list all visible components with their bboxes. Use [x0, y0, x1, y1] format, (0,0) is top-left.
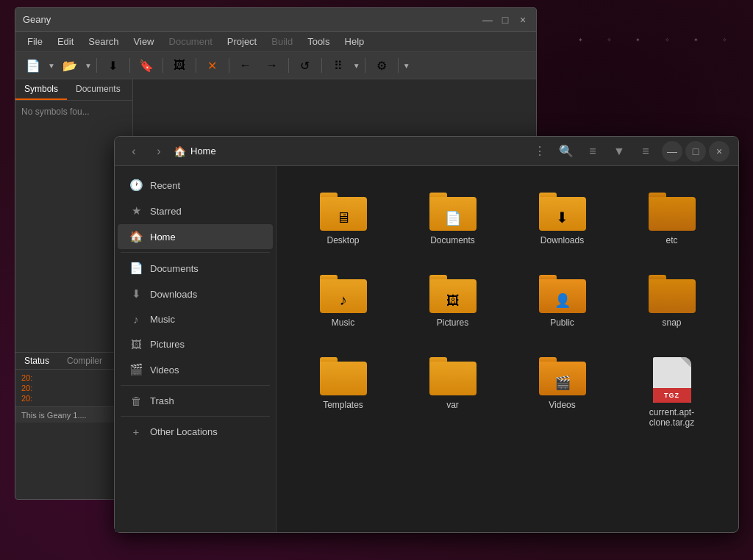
pictures-label: Pictures — [150, 339, 185, 350]
folder-downloads[interactable]: ⬇ Downloads — [513, 184, 611, 254]
new-file-button[interactable]: 📄 — [21, 55, 45, 76]
timestamp-3: 20: — [21, 394, 32, 403]
etc-folder-label: etc — [665, 235, 677, 245]
sidebar-item-videos[interactable]: 🎬 Videos — [118, 357, 273, 382]
open-file-button[interactable]: 📂 — [58, 55, 82, 76]
tab-symbols[interactable]: Symbols — [15, 79, 67, 100]
folder-etc[interactable]: etc — [623, 184, 721, 254]
file-manager-window: ‹ › 🏠 Home ⋮ 🔍 ≡ ▼ ≡ — □ × 🕐 — [114, 136, 739, 533]
fm-home-icon: 🏠 — [174, 146, 186, 157]
templates-folder-label: Templates — [323, 400, 363, 410]
geany-minimize-button[interactable]: — — [482, 14, 493, 26]
documents-folder-icon: 📄 — [429, 193, 477, 231]
menu-view[interactable]: View — [128, 35, 160, 49]
refresh-button[interactable]: ↺ — [293, 55, 317, 76]
pictures-folder-icon: 🖼 — [429, 275, 477, 313]
image-button[interactable]: 🖼 — [168, 55, 191, 76]
grid-dropdown-icon[interactable]: ▼ — [353, 62, 360, 70]
var-folder-label: var — [446, 400, 459, 410]
sidebar-item-pictures[interactable]: 🖼 Pictures — [118, 332, 273, 356]
fm-maximize-button[interactable]: □ — [685, 141, 706, 162]
fm-overflow-button[interactable]: ⋮ — [529, 141, 550, 162]
folder-music[interactable]: ♪ Music — [294, 266, 392, 337]
geany-win-controls: — □ × — [482, 14, 529, 26]
documents-folder-label: Documents — [430, 235, 475, 245]
starred-icon: ★ — [129, 204, 143, 218]
sidebar-item-home[interactable]: 🏠 Home — [118, 224, 273, 249]
etc-folder-icon — [649, 193, 696, 231]
tab-status[interactable]: Status — [15, 353, 58, 369]
close-button[interactable]: 🔖 — [135, 55, 158, 76]
sidebar-item-other[interactable]: + Other Locations — [118, 420, 273, 444]
save-button[interactable]: ⬇ — [101, 55, 125, 76]
downloads-folder-icon: ⬇ — [539, 193, 586, 231]
music-label: Music — [150, 314, 175, 325]
sidebar-item-trash[interactable]: 🗑 Trash — [118, 389, 273, 413]
folder-pictures[interactable]: 🖼 Pictures — [404, 266, 502, 337]
geany-close-button[interactable]: × — [517, 14, 529, 26]
folder-public[interactable]: 👤 Public — [513, 266, 611, 337]
toolbar-separator-4 — [196, 58, 196, 73]
fm-content-grid: 🖥 Desktop 📄 Documents — [276, 166, 738, 532]
fm-view-options-button[interactable]: ≡ — [635, 141, 656, 162]
menu-help[interactable]: Help — [339, 35, 371, 49]
videos-label: Videos — [150, 365, 179, 376]
videos-folder-label: Videos — [549, 400, 575, 410]
sidebar-item-downloads[interactable]: ⬇ Downloads — [118, 281, 273, 306]
fm-back-button[interactable]: ‹ — [124, 141, 144, 162]
fm-close-button[interactable]: × — [709, 141, 729, 162]
folder-snap[interactable]: snap — [623, 266, 721, 337]
var-folder-icon — [429, 357, 477, 395]
menu-file[interactable]: File — [21, 35, 49, 49]
folder-templates[interactable]: Templates — [294, 348, 392, 437]
fm-view-toggle-button[interactable]: ▼ — [609, 141, 629, 162]
fm-sidebar: 🕐 Recent ★ Starred 🏠 Home 📄 Documents ⬇ — [115, 166, 276, 532]
menu-search[interactable]: Search — [82, 35, 124, 49]
forward-button[interactable]: → — [260, 55, 284, 76]
sidebar-item-recent[interactable]: 🕐 Recent — [118, 173, 273, 198]
settings-button[interactable]: ⚙ — [370, 55, 393, 76]
fm-title-right: ⋮ 🔍 ≡ ▼ ≡ — □ × — [529, 141, 729, 162]
fm-list-view-button[interactable]: ≡ — [582, 141, 603, 162]
menu-build: Build — [265, 35, 299, 49]
trash-icon: 🗑 — [129, 395, 143, 407]
open-file-dropdown-icon[interactable]: ▼ — [85, 62, 92, 70]
sidebar-item-starred[interactable]: ★ Starred — [118, 198, 273, 223]
tgz-file-icon: TGZ — [653, 357, 691, 403]
toolbar-separator-9 — [398, 58, 399, 73]
public-folder-icon: 👤 — [539, 275, 586, 313]
menu-edit[interactable]: Edit — [51, 35, 79, 49]
desktop-label: Desktop — [326, 235, 359, 245]
videos-folder-icon: 🎬 — [539, 357, 586, 395]
fm-search-button[interactable]: 🔍 — [556, 141, 577, 162]
pictures-folder-label: Pictures — [437, 317, 468, 328]
folder-videos[interactable]: 🎬 Videos — [513, 348, 611, 437]
geany-maximize-button[interactable]: □ — [499, 14, 511, 26]
more-dropdown-icon[interactable]: ▼ — [403, 62, 410, 70]
grid-button[interactable]: ⠿ — [326, 55, 350, 76]
back-button[interactable]: ← — [234, 55, 257, 76]
menu-project[interactable]: Project — [221, 35, 263, 49]
downloads-label: Downloads — [150, 289, 197, 300]
sidebar-tabs: Symbols Documents — [15, 79, 132, 101]
downloads-folder-label: Downloads — [540, 235, 584, 245]
new-file-dropdown-icon[interactable]: ▼ — [48, 62, 55, 70]
folder-documents[interactable]: 📄 Documents — [404, 184, 502, 254]
fm-forward-button[interactable]: › — [149, 141, 169, 162]
geany-menubar: File Edit Search View Document Project B… — [15, 32, 536, 52]
file-tgz[interactable]: TGZ current.apt-clone.tar.gz — [623, 348, 721, 437]
tab-compiler[interactable]: Compiler — [58, 353, 111, 369]
recent-label: Recent — [150, 180, 180, 191]
folder-desktop[interactable]: 🖥 Desktop — [294, 184, 392, 254]
downloads-icon: ⬇ — [129, 287, 143, 301]
documents-icon: 📄 — [129, 262, 143, 275]
close-x-button[interactable]: ✕ — [201, 55, 224, 76]
timestamp-2: 20: — [21, 384, 32, 392]
toolbar-separator-1 — [96, 58, 97, 73]
menu-tools[interactable]: Tools — [301, 35, 335, 49]
sidebar-item-music[interactable]: ♪ Music — [118, 307, 273, 331]
sidebar-item-documents[interactable]: 📄 Documents — [118, 256, 273, 281]
folder-var[interactable]: var — [404, 348, 502, 437]
tab-documents[interactable]: Documents — [67, 79, 129, 100]
fm-minimize-button[interactable]: — — [662, 141, 682, 162]
